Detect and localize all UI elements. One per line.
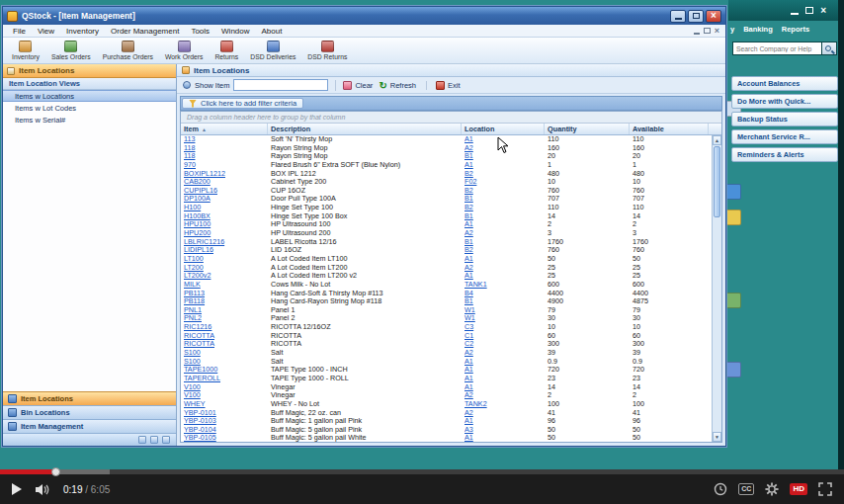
location-link[interactable]: A1 [464,220,473,228]
table-row[interactable]: 113 Soft 'N' Thirsty Mop A1 110 110 [181,135,712,144]
close-button[interactable] [706,10,721,23]
location-link[interactable]: B1 [464,212,473,220]
hd-quality-badge[interactable]: HD [790,483,807,495]
table-row[interactable]: S100 Salt A2 39 39 [181,349,712,358]
menu-item[interactable]: Tools [185,27,215,36]
item-link[interactable]: LT200v2 [184,272,211,280]
table-row[interactable]: HPU100 HP Ultrasound 100 A1 2 2 [181,220,712,229]
item-link[interactable]: RIC1216 [184,323,211,331]
menu-item[interactable]: File [7,27,32,36]
item-link[interactable]: RICOTTA [184,340,214,348]
sidebar-nav-button[interactable]: Item Management [3,419,176,433]
table-row[interactable]: YBP-0105 Buff Magic: 5 gallon pail White… [181,434,712,442]
item-link[interactable]: S100 [184,349,201,357]
grid-scrollbar[interactable]: ▲ ▼ [712,135,721,442]
qb-menu-fragment[interactable]: Reports [782,25,809,34]
location-link[interactable]: A1 [464,272,473,280]
qb-search-input[interactable] [732,42,822,55]
item-link[interactable]: CUPIPL16 [184,187,217,195]
item-link[interactable]: DP100A [184,195,211,203]
table-row[interactable]: LBLRIC1216 LABEL Ricotta 12/16 B1 1760 1… [181,238,712,247]
qb-search-button[interactable] [822,42,837,55]
item-link[interactable]: H100 [184,204,201,211]
table-row[interactable]: YBP-0104 Buff Magic: 5 gallon pail Pink … [181,426,712,435]
group-by-panel[interactable]: Drag a column header here to group by th… [181,112,721,124]
item-link[interactable]: HPU100 [184,220,211,228]
qb-panel-header[interactable]: Merchant Service R... [731,129,838,144]
location-link[interactable]: B2 [464,204,473,211]
qb-minimize-icon[interactable] [791,13,799,15]
table-row[interactable]: CAB200 Cabinet Type 200 F02 10 10 [181,178,712,187]
table-row[interactable]: H100BX Hinge Set Type 100 Box B1 14 14 [181,212,712,221]
column-header[interactable]: Quantity [545,124,630,134]
table-row[interactable]: V100 Vinegar A2 2 2 [181,391,712,400]
mdi-close-icon[interactable]: × [715,27,719,36]
mdi-minimize-icon[interactable] [694,33,700,35]
toolbar-button[interactable]: Sales Orders [46,40,96,61]
table-row[interactable]: RIC1216 RICOTTA 12/16OZ C3 10 10 [181,323,712,332]
location-link[interactable]: A1 [464,358,473,366]
watch-later-icon[interactable] [714,482,727,496]
table-row[interactable]: MILK Cows Milk - No Lot TANK1 600 600 [181,281,712,290]
qb-maximize-icon[interactable] [805,7,813,14]
table-row[interactable]: YBP-0101 Buff Magic, 22 oz. can A2 41 41 [181,409,712,418]
qb-menu-fragment[interactable]: y [730,25,734,34]
table-row[interactable]: LT200v2 A Lot Coded Item LT200 v2 A1 25 … [181,272,712,281]
item-link[interactable]: LT200 [184,264,204,272]
settings-gear-icon[interactable] [765,482,779,496]
table-row[interactable]: 118 Rayon String Mop B1 20 20 [181,152,712,161]
table-row[interactable]: LIDIPL16 LID 16OZ B2 760 760 [181,246,712,255]
qb-panel-header[interactable]: Do More with Quick... [731,94,838,109]
item-link[interactable]: WHEY [184,400,206,408]
table-row[interactable]: PB113 Hang Card-Soft & Thirsty Mop #113 … [181,290,712,298]
column-header[interactable]: Description [268,124,462,134]
location-link[interactable]: A2 [464,409,473,417]
sidebar-view-item[interactable]: Items w Lot Codes [3,102,176,114]
location-link[interactable]: W1 [464,314,475,322]
scroll-thumb[interactable] [714,146,720,217]
qb-menu-fragment[interactable]: Banking [743,25,773,34]
location-link[interactable]: A2 [464,229,473,237]
location-link[interactable]: A1 [464,434,473,442]
item-link[interactable]: PB113 [184,290,205,297]
volume-icon[interactable] [35,483,50,496]
location-link[interactable]: B2 [464,187,473,195]
location-link[interactable]: A1 [464,255,473,263]
table-row[interactable]: WHEY WHEY - No Lot TANK2 100 100 [181,400,712,409]
action-button[interactable]: Clear [343,81,373,90]
table-row[interactable]: S100 Salt A1 0.9 0.9 [181,358,712,367]
qb-panel-header[interactable]: Backup Status [731,112,838,126]
table-row[interactable]: LT100 A Lot Coded Item LT100 A1 50 50 [181,255,712,264]
toolbar-button[interactable]: Purchase Orders [98,40,158,61]
item-link[interactable]: LT100 [184,255,204,263]
item-link[interactable]: YBP-0104 [184,426,216,434]
captions-button[interactable]: CC [738,483,754,495]
location-link[interactable]: A1 [464,366,473,374]
item-link[interactable]: HPU200 [184,229,211,237]
scroll-up-icon[interactable]: ▲ [713,135,721,145]
table-row[interactable]: RICOTTA RICOTTA C2 300 300 [181,340,712,349]
tray-icon[interactable] [138,436,146,444]
scroll-down-icon[interactable]: ▼ [713,432,721,442]
item-link[interactable]: S100 [184,358,201,366]
item-link[interactable]: V100 [184,391,201,399]
fullscreen-icon[interactable] [818,482,832,496]
qstock-titlebar[interactable]: QStock - [Item Management] [3,7,725,25]
item-link[interactable]: BOXIPL1212 [184,170,225,178]
location-link[interactable]: A1 [464,161,473,169]
table-row[interactable]: H100 Hinge Set Type 100 B2 110 110 [181,204,712,212]
item-link[interactable]: RICOTTA [184,332,214,340]
column-header[interactable]: Item▲ [181,124,268,134]
location-link[interactable]: A1 [464,417,473,425]
minimize-button[interactable] [670,10,686,23]
location-link[interactable]: A1 [464,375,473,382]
item-link[interactable]: YBP-0105 [184,434,216,442]
location-link[interactable]: A2 [464,264,473,272]
location-link[interactable]: A3 [464,426,473,434]
location-link[interactable]: B2 [464,246,473,254]
location-link[interactable]: B2 [464,170,473,178]
item-link[interactable]: H100BX [184,212,211,220]
item-link[interactable]: YBP-0101 [184,409,216,417]
location-link[interactable]: A2 [464,349,473,357]
location-link[interactable]: C2 [464,340,473,348]
